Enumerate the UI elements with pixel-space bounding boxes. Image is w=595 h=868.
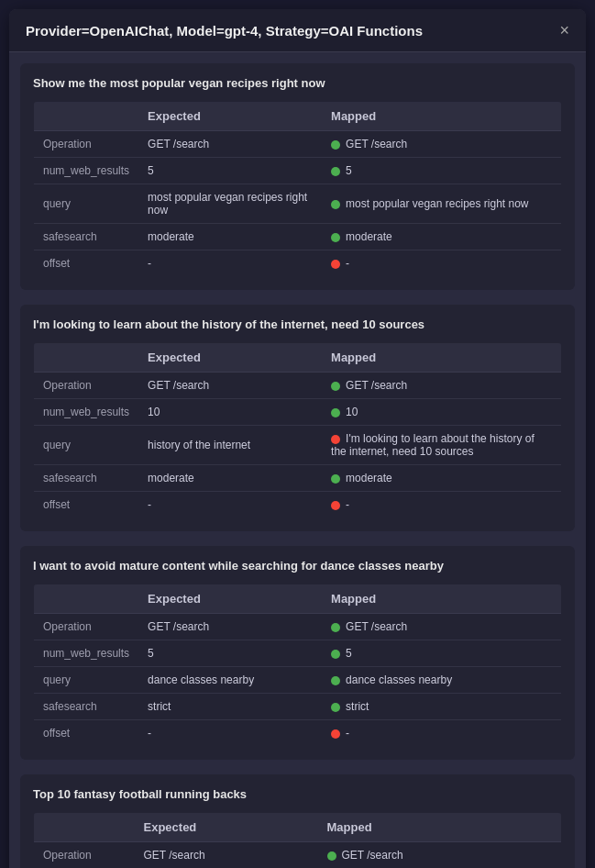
- mapped-value: -: [346, 257, 349, 270]
- expected-cell: -: [138, 492, 322, 518]
- table-row: num_web_results55: [34, 640, 562, 667]
- mapped-value: moderate: [346, 472, 392, 484]
- success-icon: [327, 851, 336, 861]
- success-icon: [331, 140, 340, 150]
- param-cell: offset: [34, 250, 139, 277]
- mapped-value: dance classes nearby: [346, 673, 452, 686]
- modal-header: Provider=OpenAIChat, Model=gpt-4, Strate…: [9, 9, 586, 52]
- param-cell: query: [34, 667, 139, 694]
- table-row: OperationGET /searchGET /search: [34, 842, 562, 869]
- success-icon: [331, 676, 340, 685]
- test-section-1: Show me the most popular vegan recipes r…: [20, 63, 575, 290]
- result-table: ExpectedMappedOperationGET /searchGET /s…: [33, 101, 562, 277]
- mapped-cell: 10: [322, 399, 561, 426]
- success-icon: [331, 233, 340, 242]
- test-section-3: I want to avoid mature content while sea…: [20, 546, 575, 760]
- column-header-2: Mapped: [322, 102, 561, 131]
- table-row: offset--: [34, 492, 562, 518]
- test-section-title: I want to avoid mature content while sea…: [33, 559, 562, 573]
- error-icon: [331, 501, 340, 510]
- table-row: OperationGET /searchGET /search: [34, 373, 562, 399]
- param-cell: safesearch: [34, 224, 139, 250]
- table-row: queryhistory of the internetI'm looking …: [34, 426, 562, 465]
- param-cell: Operation: [34, 131, 139, 158]
- mapped-cell: -: [322, 492, 561, 518]
- mapped-cell: GET /search: [318, 842, 562, 869]
- table-row: safesearchmoderatemoderate: [34, 224, 562, 250]
- expected-cell: GET /search: [135, 842, 318, 869]
- table-row: querymost popular vegan recipes right no…: [34, 184, 562, 224]
- test-section-4: Top 10 fantasy football running backsExp…: [20, 774, 575, 868]
- column-header-1: Expected: [138, 102, 322, 131]
- mapped-value: GET /search: [346, 138, 407, 150]
- test-section-2: I'm looking to learn about the history o…: [20, 305, 575, 531]
- mapped-value: -: [346, 727, 349, 740]
- column-header-0: [34, 102, 139, 131]
- param-cell: safesearch: [34, 694, 139, 720]
- table-row: offset--: [34, 250, 562, 277]
- param-cell: offset: [34, 492, 139, 518]
- mapped-value: GET /search: [342, 849, 403, 862]
- param-cell: Operation: [34, 373, 139, 399]
- expected-cell: -: [138, 250, 322, 277]
- success-icon: [331, 200, 340, 209]
- param-cell: num_web_results: [34, 399, 139, 426]
- mapped-cell: -: [322, 720, 561, 747]
- success-icon: [331, 650, 340, 659]
- expected-cell: GET /search: [138, 614, 322, 640]
- success-icon: [331, 167, 340, 176]
- test-section-title: I'm looking to learn about the history o…: [33, 317, 562, 331]
- mapped-value: -: [346, 498, 349, 511]
- mapped-cell: 5: [322, 640, 561, 667]
- modal-title: Provider=OpenAIChat, Model=gpt-4, Strate…: [26, 23, 423, 39]
- expected-cell: -: [138, 720, 322, 747]
- mapped-value: GET /search: [346, 620, 407, 633]
- table-row: num_web_results55: [34, 158, 562, 184]
- mapped-cell: dance classes nearby: [322, 667, 561, 694]
- param-cell: num_web_results: [34, 158, 139, 184]
- test-section-title: Show me the most popular vegan recipes r…: [33, 76, 562, 90]
- mapped-value: moderate: [346, 230, 392, 243]
- mapped-cell: moderate: [322, 465, 561, 492]
- table-row: querydance classes nearbydance classes n…: [34, 667, 562, 694]
- mapped-cell: most popular vegan recipes right now: [322, 184, 561, 224]
- expected-cell: GET /search: [138, 373, 322, 399]
- modal-body: Show me the most popular vegan recipes r…: [9, 52, 586, 868]
- mapped-cell: GET /search: [322, 131, 561, 158]
- param-cell: safesearch: [34, 465, 139, 492]
- success-icon: [331, 474, 340, 484]
- expected-cell: moderate: [138, 465, 322, 492]
- mapped-cell: -: [322, 250, 561, 277]
- modal-container: Provider=OpenAIChat, Model=gpt-4, Strate…: [9, 9, 586, 868]
- column-header-2: Mapped: [322, 343, 561, 373]
- mapped-value: 5: [346, 647, 352, 660]
- mapped-value: most popular vegan recipes right now: [346, 197, 528, 210]
- error-icon: [331, 729, 340, 739]
- result-table: ExpectedMappedOperationGET /searchGET /s…: [33, 584, 562, 747]
- expected-cell: moderate: [138, 224, 322, 250]
- param-cell: num_web_results: [34, 640, 139, 667]
- table-row: OperationGET /searchGET /search: [34, 614, 562, 640]
- table-row: safesearchstrictstrict: [34, 694, 562, 720]
- table-row: offset--: [34, 720, 562, 747]
- column-header-0: [34, 343, 139, 373]
- mapped-cell: GET /search: [322, 373, 561, 399]
- error-icon: [331, 435, 340, 444]
- test-section-title: Top 10 fantasy football running backs: [33, 787, 562, 801]
- column-header-1: Expected: [135, 813, 318, 842]
- table-row: OperationGET /searchGET /search: [34, 131, 562, 158]
- mapped-cell: strict: [322, 694, 561, 720]
- success-icon: [331, 408, 340, 417]
- mapped-cell: I'm looking to learn about the history o…: [322, 426, 561, 465]
- expected-cell: history of the internet: [138, 426, 322, 465]
- param-cell: query: [34, 426, 139, 465]
- mapped-cell: 5: [322, 158, 561, 184]
- mapped-value: I'm looking to learn about the history o…: [331, 432, 534, 458]
- expected-cell: 5: [138, 640, 322, 667]
- close-button[interactable]: ×: [559, 22, 569, 39]
- mapped-cell: moderate: [322, 224, 561, 250]
- column-header-1: Expected: [138, 584, 322, 614]
- mapped-value: 5: [346, 164, 352, 177]
- table-row: num_web_results1010: [34, 399, 562, 426]
- expected-cell: 5: [138, 158, 322, 184]
